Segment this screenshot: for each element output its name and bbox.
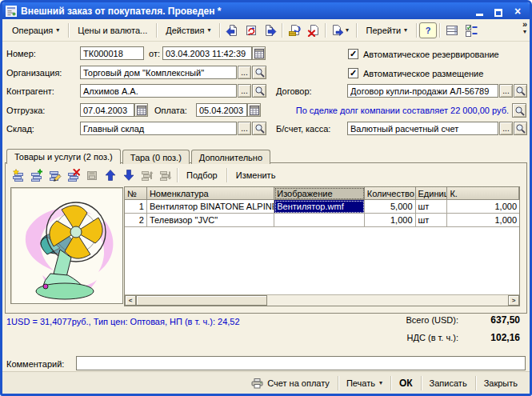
move-row-up-button[interactable]	[102, 166, 119, 183]
print-button[interactable]: Печать ▾	[338, 375, 390, 391]
payment-calendar-button[interactable]	[247, 103, 261, 117]
account-input[interactable]	[347, 122, 498, 135]
comment-input[interactable]	[76, 356, 526, 370]
total-label: Всего (USD):	[366, 315, 458, 325]
change-items-button[interactable]: Изменить	[230, 169, 282, 182]
next-document-button[interactable]	[261, 22, 279, 39]
auto-reserve-checkbox[interactable]: ✓	[348, 49, 358, 59]
add-row-icon	[12, 169, 25, 182]
help-button[interactable]: ?	[419, 22, 437, 38]
payment-date-input[interactable]	[196, 103, 247, 117]
auto-place-checkbox[interactable]: ✓	[348, 68, 358, 78]
close-icon[interactable]: ×	[512, 6, 523, 17]
cell-nomenclature[interactable]: Вентилятор BINATONE ALPINE 16...	[147, 200, 274, 214]
delete-row-button[interactable]	[65, 166, 82, 183]
refresh-button[interactable]	[242, 22, 260, 39]
minimize-button[interactable]	[474, 6, 485, 17]
cell-num[interactable]: 2	[125, 214, 147, 227]
contract-open-button[interactable]	[514, 84, 527, 98]
invoice-button[interactable]: Счет на оплату	[243, 374, 338, 392]
caret-down-icon: ▾	[56, 27, 59, 34]
table-header-row: № Номенклатура Изображение Количество Ед…	[125, 187, 519, 200]
contractor-open-button[interactable]	[252, 84, 266, 98]
cell-image-selected[interactable]: Вентилятор.wmf	[274, 200, 365, 214]
column-header-coefficient[interactable]: К.	[447, 187, 519, 200]
organization-input[interactable]	[80, 66, 237, 79]
scroll-right-icon[interactable]: >	[508, 295, 519, 306]
contractor-select-button[interactable]: ...	[238, 84, 251, 98]
previous-document-button[interactable]	[222, 22, 241, 39]
post-document-button[interactable]	[285, 22, 303, 39]
column-header-unit[interactable]: Единица	[416, 187, 448, 200]
cell-nomenclature[interactable]: Телевизор "JVC"	[147, 214, 274, 227]
scrollbar-track[interactable]	[136, 295, 508, 306]
sort-ascending-button[interactable]	[138, 166, 156, 183]
fan-clipart-image	[15, 190, 119, 301]
close-button[interactable]: Закрыть	[476, 375, 526, 391]
enter-based-on-button[interactable]: ▾	[328, 22, 354, 39]
column-header-num[interactable]: №	[125, 187, 147, 200]
prices-currency-button[interactable]: Цены и валюта...	[71, 22, 154, 38]
cell-unit[interactable]: шт	[416, 214, 448, 227]
tab-tare[interactable]: Тара (0 поз.)	[122, 150, 190, 164]
contractor-input[interactable]	[80, 84, 237, 98]
column-header-image[interactable]: Изображение	[274, 187, 365, 200]
scrollbar-thumb[interactable]	[136, 295, 267, 306]
finish-edit-button[interactable]	[83, 166, 101, 183]
goto-menu-button[interactable]: Перейти ▾	[359, 22, 414, 38]
debt-open-button[interactable]	[512, 103, 526, 118]
add-row-button[interactable]	[10, 166, 27, 183]
items-toolbar: Подбор Изменить	[10, 166, 282, 184]
shipment-calendar-button[interactable]	[134, 103, 148, 117]
cell-unit[interactable]: шт	[416, 200, 448, 214]
cell-image[interactable]	[274, 214, 365, 227]
maximize-button[interactable]	[493, 6, 504, 17]
scroll-left-icon[interactable]: <	[125, 295, 136, 306]
contract-select-button[interactable]: ...	[499, 84, 513, 98]
document-journal-button[interactable]	[442, 22, 461, 39]
organization-open-button[interactable]	[252, 66, 266, 79]
warehouse-input[interactable]	[80, 122, 237, 135]
cell-num[interactable]: 1	[125, 200, 147, 214]
warehouse-open-button[interactable]	[252, 122, 266, 135]
edit-row-button[interactable]	[46, 166, 64, 183]
sort-descending-button[interactable]	[157, 166, 174, 183]
move-row-down-button[interactable]	[120, 166, 138, 183]
date-calendar-button[interactable]	[252, 46, 266, 60]
checkbox-settings-icon	[465, 24, 478, 37]
column-header-nomenclature[interactable]: Номенклатура	[147, 187, 274, 200]
calendar-icon	[136, 105, 147, 116]
horizontal-scrollbar[interactable]: < >	[125, 294, 519, 306]
column-header-quantity[interactable]: Количество	[365, 187, 416, 200]
unpost-document-button[interactable]	[304, 22, 322, 39]
organization-select-button[interactable]: ...	[238, 66, 251, 79]
copy-row-button[interactable]	[28, 166, 46, 183]
toolbar-separator	[68, 23, 69, 38]
cell-quantity[interactable]: 5,000	[365, 200, 416, 214]
tab-additional[interactable]: Дополнительно	[191, 150, 270, 164]
titlebar: Внешний заказ от покупателя. Проведен * …	[2, 2, 530, 19]
shipment-date-input[interactable]	[80, 103, 134, 117]
number-input[interactable]	[80, 46, 144, 60]
cell-quantity[interactable]: 1,000	[365, 214, 416, 227]
arrow-up-icon	[104, 169, 117, 182]
toolbar-overflow-button[interactable]: » ▾	[522, 20, 527, 36]
tab-goods-services[interactable]: Товары и услуги (2 поз.)	[6, 149, 121, 164]
warehouse-select-button[interactable]: ...	[238, 122, 251, 135]
actions-menu-button[interactable]: Действия ▾	[159, 22, 217, 38]
settings-visibility-button[interactable]	[462, 22, 480, 39]
cell-coefficient[interactable]: 1,000	[447, 214, 519, 227]
ok-button[interactable]: ОК	[391, 374, 421, 392]
calendar-icon	[249, 105, 260, 116]
account-open-button[interactable]	[514, 122, 527, 135]
pick-items-button[interactable]: Подбор	[180, 169, 224, 182]
save-button[interactable]: Записать	[422, 375, 475, 391]
contract-input[interactable]	[347, 84, 498, 98]
date-input[interactable]	[162, 46, 252, 60]
toolbar-separator	[156, 23, 157, 38]
printer-icon	[251, 378, 263, 389]
toolbar-separator	[282, 23, 282, 38]
account-select-button[interactable]: ...	[499, 122, 513, 135]
operation-menu-button[interactable]: Операция ▾	[6, 22, 66, 38]
cell-coefficient[interactable]: 1,000	[447, 200, 519, 214]
